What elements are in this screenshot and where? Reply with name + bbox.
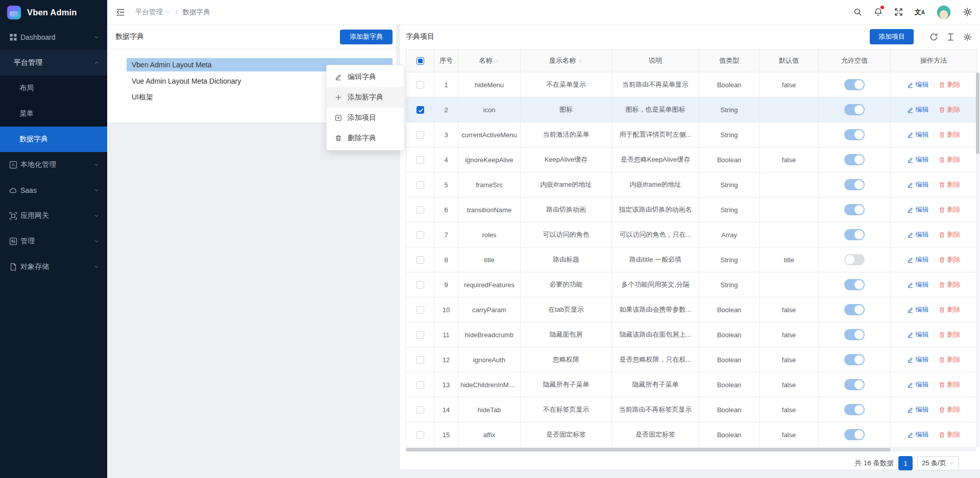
delete-button[interactable]: 删除 <box>939 255 961 264</box>
column-header-name[interactable]: 名称 <box>458 49 521 72</box>
allow-null-toggle[interactable] <box>844 279 865 290</box>
edit-button[interactable]: 编辑 <box>907 80 929 89</box>
allow-null-toggle[interactable] <box>844 154 865 165</box>
edit-button[interactable]: 编辑 <box>907 130 929 139</box>
pagination-page-1[interactable]: 1 <box>898 456 913 470</box>
sidebar-item-布局[interactable]: 布局 <box>0 76 107 101</box>
allow-null-toggle[interactable] <box>844 79 865 90</box>
row-checkbox[interactable] <box>416 231 424 239</box>
delete-button[interactable]: 删除 <box>939 280 961 289</box>
fullscreen-icon[interactable] <box>894 8 903 16</box>
row-checkbox[interactable] <box>416 281 424 289</box>
cell-text: String <box>721 281 738 289</box>
search-icon[interactable] <box>853 8 862 16</box>
vertical-scrollbar-thumb[interactable] <box>976 72 979 154</box>
sidebar-item-数据字典[interactable]: 数据字典 <box>0 127 107 152</box>
row-checkbox[interactable] <box>416 381 424 389</box>
allow-null-toggle[interactable] <box>844 129 865 140</box>
allow-null-toggle[interactable] <box>844 304 865 315</box>
edit-button[interactable]: 编辑 <box>907 105 929 114</box>
edit-button[interactable]: 编辑 <box>907 380 929 389</box>
row-checkbox[interactable] <box>416 356 424 364</box>
row-height-icon[interactable] <box>946 33 955 41</box>
delete-button[interactable]: 删除 <box>939 305 961 314</box>
delete-button[interactable]: 删除 <box>939 330 961 339</box>
context-menu-item-删除字典[interactable]: 删除字典 <box>327 128 404 148</box>
row-checkbox[interactable] <box>416 156 424 164</box>
sidebar-item-Saas[interactable]: Saas <box>0 178 107 203</box>
cell-text: 当前路由不再菜单显示 <box>622 80 689 89</box>
allow-null-toggle[interactable] <box>844 429 865 440</box>
sidebar-item-应用网关[interactable]: 应用网关 <box>0 203 107 229</box>
delete-button[interactable]: 删除 <box>939 380 961 389</box>
edit-button[interactable]: 编辑 <box>907 305 929 314</box>
delete-button[interactable]: 删除 <box>939 155 961 164</box>
page-size-select[interactable]: 25 条/页 <box>917 456 959 470</box>
menu-fold-icon[interactable] <box>116 8 125 17</box>
sidebar-item-对象存储[interactable]: 对象存储 <box>0 254 107 280</box>
translate-icon[interactable]: 文A <box>915 9 925 15</box>
app-logo[interactable]: Vben Admin <box>0 0 107 24</box>
allow-null-toggle[interactable] <box>844 354 865 365</box>
allow-null-toggle[interactable] <box>844 379 865 390</box>
refresh-icon[interactable] <box>929 33 938 41</box>
edit-button[interactable]: 编辑 <box>907 155 929 164</box>
row-checkbox[interactable] <box>416 331 424 339</box>
allow-null-toggle[interactable] <box>844 204 865 215</box>
row-checkbox[interactable] <box>416 431 424 439</box>
allow-null-toggle[interactable] <box>844 254 865 265</box>
edit-button[interactable]: 编辑 <box>907 355 929 364</box>
context-menu-item-编辑字典[interactable]: 编辑字典 <box>327 67 404 87</box>
horizontal-scrollbar[interactable] <box>406 448 976 451</box>
column-header-display[interactable]: 显示名称 <box>521 49 612 72</box>
row-checkbox[interactable] <box>416 81 424 89</box>
delete-button[interactable]: 删除 <box>939 230 961 239</box>
delete-button[interactable]: 删除 <box>939 405 961 414</box>
avatar[interactable] <box>937 5 951 19</box>
edit-button[interactable]: 编辑 <box>907 180 929 189</box>
delete-button[interactable]: 删除 <box>939 105 961 114</box>
row-checkbox[interactable] <box>416 406 424 414</box>
row-checkbox[interactable] <box>416 306 424 314</box>
edit-button[interactable]: 编辑 <box>907 430 929 439</box>
gear-icon[interactable] <box>963 7 972 17</box>
edit-button[interactable]: 编辑 <box>907 330 929 339</box>
delete-button[interactable]: 删除 <box>939 430 961 439</box>
context-menu-item-添加新字典[interactable]: 添加新字典 <box>327 87 404 108</box>
row-checkbox[interactable] <box>416 206 424 214</box>
delete-button[interactable]: 删除 <box>939 80 961 89</box>
delete-button[interactable]: 删除 <box>939 355 961 364</box>
bell-icon[interactable] <box>874 8 883 16</box>
add-dictionary-button[interactable]: 添加新字典 <box>340 30 393 44</box>
allow-null-toggle[interactable] <box>844 404 865 415</box>
allow-null-toggle[interactable] <box>844 104 865 115</box>
sidebar-item-Dashboard[interactable]: Dashboard <box>0 24 107 50</box>
context-menu-item-添加项目[interactable]: 添加项目 <box>327 108 404 128</box>
edit-button[interactable]: 编辑 <box>907 280 929 289</box>
sidebar-item-菜单[interactable]: 菜单 <box>0 101 107 127</box>
main-content: 数据字典 添加新字典 Vben Admin Layout MetaVue Adm… <box>107 24 980 478</box>
row-checkbox[interactable] <box>416 131 424 139</box>
allow-null-toggle[interactable] <box>844 329 865 340</box>
delete-button[interactable]: 删除 <box>939 180 961 189</box>
sidebar-item-本地化管理[interactable]: A本地化管理 <box>0 152 107 178</box>
breadcrumb-parent[interactable]: 平台管理 <box>135 8 170 17</box>
delete-button[interactable]: 删除 <box>939 205 961 214</box>
row-checkbox[interactable] <box>416 181 424 189</box>
row-checkbox[interactable] <box>416 106 424 114</box>
sidebar-item-管理[interactable]: 管理 <box>0 229 107 254</box>
allow-null-toggle[interactable] <box>844 229 865 240</box>
delete-button[interactable]: 删除 <box>939 130 961 139</box>
edit-button[interactable]: 编辑 <box>907 205 929 214</box>
horizontal-scrollbar-thumb[interactable] <box>406 448 891 451</box>
allow-null-toggle[interactable] <box>844 179 865 190</box>
edit-button[interactable]: 编辑 <box>907 405 929 414</box>
row-checkbox[interactable] <box>416 256 424 264</box>
vertical-scrollbar[interactable] <box>976 72 979 447</box>
edit-button[interactable]: 编辑 <box>907 255 929 264</box>
select-all-checkbox[interactable] <box>416 57 424 65</box>
add-item-button[interactable]: 添加项目 <box>870 29 914 44</box>
sidebar-item-平台管理[interactable]: 平台管理 <box>0 50 107 76</box>
edit-button[interactable]: 编辑 <box>907 230 929 239</box>
settings-icon[interactable] <box>963 33 972 41</box>
